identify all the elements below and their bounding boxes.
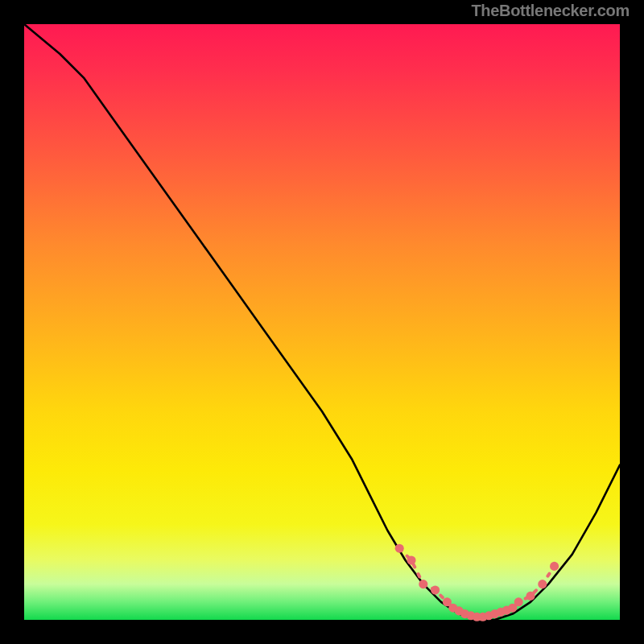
chart-frame: TheBottlenecker.com <box>0 0 644 644</box>
highlight-dot <box>550 562 559 571</box>
attribution-text: TheBottlenecker.com <box>471 2 630 20</box>
highlight-points <box>395 544 559 621</box>
highlight-dot <box>431 585 440 594</box>
highlight-dot <box>514 597 523 606</box>
highlight-dot <box>407 555 415 564</box>
highlight-dot <box>395 544 404 553</box>
highlight-dot <box>538 580 547 588</box>
highlight-dot <box>526 592 535 601</box>
chart-background <box>24 24 620 620</box>
highlight-dot <box>419 580 427 588</box>
bottleneck-curve <box>24 24 620 620</box>
chart-svg <box>24 24 620 620</box>
